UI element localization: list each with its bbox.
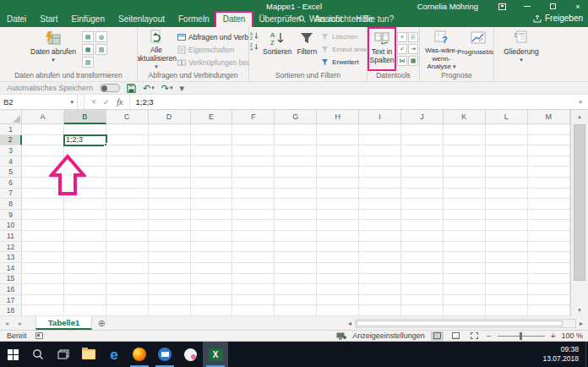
grid-cell[interactable] xyxy=(401,189,444,200)
customize-qat-button[interactable]: ▾ xyxy=(180,83,185,94)
grid-cell[interactable] xyxy=(191,295,233,306)
grid-cell[interactable] xyxy=(106,135,149,146)
restore-button[interactable] xyxy=(544,1,561,13)
grid-cell[interactable] xyxy=(275,145,317,156)
grid-cell[interactable] xyxy=(64,242,106,253)
grid-cell[interactable] xyxy=(444,284,486,295)
grid-cell[interactable] xyxy=(359,284,401,295)
consolidate-icon[interactable]: ⇥ xyxy=(408,44,418,54)
grid-cell[interactable] xyxy=(317,263,359,274)
name-box[interactable]: B2 ▾ xyxy=(0,95,78,109)
grid-cell[interactable] xyxy=(149,124,191,135)
grid-cell[interactable] xyxy=(359,305,401,316)
relationships-icon[interactable]: ⋈ xyxy=(397,56,407,66)
grid-cell[interactable] xyxy=(275,242,317,253)
recent-sources-icon[interactable]: ▧ xyxy=(95,44,107,55)
fill-handle[interactable] xyxy=(104,143,107,146)
grid-cell[interactable] xyxy=(528,220,570,231)
namebox-dropdown-icon[interactable]: ▾ xyxy=(70,99,74,106)
reapply-filter-button[interactable]: Erneut anwenden xyxy=(320,43,368,56)
grid-cell[interactable] xyxy=(359,178,401,189)
grid-cell[interactable] xyxy=(317,284,359,295)
grid-cell[interactable] xyxy=(444,189,486,200)
text-to-columns-button[interactable]: Text in Spalten xyxy=(368,28,395,70)
column-header-M[interactable]: M xyxy=(528,110,570,124)
grid-cell[interactable] xyxy=(486,231,528,242)
row-header-13[interactable]: 13 xyxy=(0,252,22,263)
grid-cell[interactable] xyxy=(232,210,275,221)
grid-cell[interactable] xyxy=(191,305,233,316)
grid-cell[interactable] xyxy=(232,145,275,156)
menu-tab-4[interactable]: Formeln xyxy=(172,13,216,27)
grid-cell[interactable] xyxy=(401,274,444,285)
grid-cell[interactable] xyxy=(191,231,233,242)
grid-cell[interactable] xyxy=(191,178,233,189)
grid-cell[interactable] xyxy=(191,210,233,221)
grid-cell[interactable] xyxy=(528,135,570,146)
select-all-corner[interactable] xyxy=(0,110,22,124)
grid-cell[interactable] xyxy=(444,135,486,146)
column-header-L[interactable]: L xyxy=(486,110,528,124)
grid-cell[interactable] xyxy=(22,210,64,221)
grid-cell[interactable] xyxy=(444,305,486,316)
grid-cell[interactable] xyxy=(22,284,64,295)
row-header-1[interactable]: 1 xyxy=(0,124,22,135)
grid-cell[interactable] xyxy=(149,156,191,167)
grid-cell[interactable] xyxy=(149,295,191,306)
vertical-scrollbar[interactable]: ▲ ▼ xyxy=(570,110,588,316)
grid-cell[interactable] xyxy=(317,167,359,178)
grid-cell[interactable] xyxy=(359,274,401,285)
task-view-button[interactable] xyxy=(51,342,76,367)
existing-connections-icon[interactable]: ▨ xyxy=(82,57,94,68)
grid-cell[interactable] xyxy=(149,263,191,274)
grid-cell[interactable] xyxy=(401,210,444,221)
grid-cell[interactable] xyxy=(191,252,233,263)
page-layout-view-button[interactable] xyxy=(449,331,462,341)
scroll-left-icon[interactable]: ◂ xyxy=(345,320,355,327)
grid-cell[interactable] xyxy=(486,156,528,167)
grid-cell[interactable] xyxy=(359,156,401,167)
firefox-button[interactable] xyxy=(127,342,152,367)
grid-cell[interactable] xyxy=(401,231,444,242)
taskbar-clock[interactable]: 09:38 13.07.2018 xyxy=(542,342,586,367)
grid-cell[interactable] xyxy=(275,284,317,295)
grid-cell[interactable] xyxy=(106,124,149,135)
grid-cell[interactable] xyxy=(401,178,444,189)
grid-cell[interactable] xyxy=(232,274,275,285)
row-header-16[interactable]: 16 xyxy=(0,284,22,295)
grid-cell[interactable] xyxy=(275,252,317,263)
grid-cell[interactable] xyxy=(149,284,191,295)
grid-cell[interactable] xyxy=(486,274,528,285)
page-break-view-button[interactable] xyxy=(468,331,481,341)
grid-cell[interactable] xyxy=(401,220,444,231)
grid-cell[interactable] xyxy=(275,220,317,231)
grid-cell[interactable] xyxy=(359,199,401,210)
grid-cell[interactable] xyxy=(528,252,570,263)
grid-cell[interactable] xyxy=(444,242,486,253)
column-header-E[interactable]: E xyxy=(191,110,233,124)
grid-cell[interactable] xyxy=(232,305,275,316)
file-explorer-button[interactable] xyxy=(76,342,101,367)
grid-cell[interactable] xyxy=(317,156,359,167)
mail-button[interactable] xyxy=(152,342,177,367)
grid-cell[interactable] xyxy=(106,252,149,263)
row-header-11[interactable]: 11 xyxy=(0,231,22,242)
grid-cell[interactable] xyxy=(444,220,486,231)
from-web-icon[interactable]: ◍ xyxy=(95,31,107,42)
grid-cell[interactable] xyxy=(359,189,401,200)
grid-cell[interactable] xyxy=(232,231,275,242)
grid-cell[interactable] xyxy=(106,210,149,221)
grid-cell[interactable] xyxy=(191,274,233,285)
grid-cell[interactable] xyxy=(191,220,233,231)
column-header-A[interactable]: A xyxy=(22,110,64,124)
grid-cell[interactable] xyxy=(149,242,191,253)
grid-cell[interactable] xyxy=(401,295,444,306)
scroll-down-icon[interactable]: ▼ xyxy=(571,304,588,316)
row-header-12[interactable]: 12 xyxy=(0,242,22,253)
grid-cell[interactable] xyxy=(149,305,191,316)
grid-cell[interactable] xyxy=(275,231,317,242)
data-validation-icon[interactable]: ✓ xyxy=(397,44,407,54)
grid-cell[interactable] xyxy=(64,305,106,316)
grid-cell[interactable] xyxy=(359,145,401,156)
grid-cell[interactable] xyxy=(149,135,191,146)
